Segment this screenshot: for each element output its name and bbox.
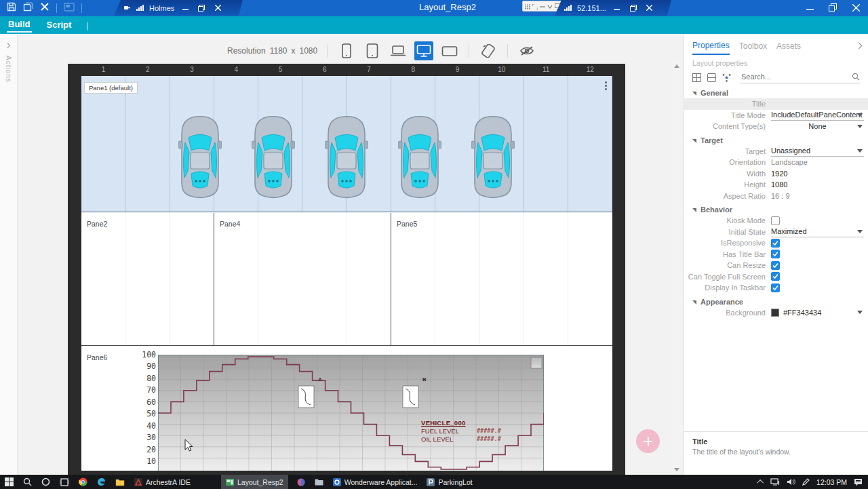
property-row-display-in-taskbar[interactable]: Display In Taskbar	[684, 282, 868, 294]
title-mode-dropdown[interactable]: IncludeDefaultPaneContent	[771, 110, 864, 121]
rotate-orientation-button[interactable]	[479, 41, 498, 60]
pane1-default[interactable]: Pane1 (default)	[81, 76, 612, 212]
minimize-button[interactable]	[804, 3, 815, 12]
add-pane-fab[interactable]	[636, 429, 660, 453]
close-button[interactable]	[644, 3, 655, 13]
section-expander-icon[interactable]	[692, 92, 696, 96]
has-title-bar-checkbox[interactable]	[771, 250, 780, 258]
car-graphic[interactable]	[398, 114, 441, 199]
cortana-button[interactable]	[37, 475, 55, 489]
car-graphic[interactable]	[471, 114, 515, 199]
car-graphic[interactable]	[252, 114, 295, 199]
tab-properties[interactable]: Properties	[692, 41, 730, 55]
section-expander-icon[interactable]	[692, 208, 696, 212]
restore-button[interactable]	[827, 3, 838, 12]
notification-icon[interactable]	[854, 478, 863, 486]
device-phone-button[interactable]	[337, 41, 356, 60]
edge-button[interactable]	[92, 475, 111, 489]
scroll-up-icon[interactable]	[674, 64, 679, 68]
property-row-height[interactable]: Height 1080	[684, 179, 868, 191]
minimize-button[interactable]	[612, 3, 623, 13]
minimize-mini-icon[interactable]	[540, 0, 545, 12]
taskbar-parkinglot[interactable]: ParkingLot	[422, 475, 477, 489]
close-button[interactable]	[850, 3, 861, 12]
pane2[interactable]: Pane2	[81, 213, 214, 345]
trend-chart-container[interactable]: A B VEHICLE_000 FUEL LEVEL#####.# OIL LE…	[158, 355, 544, 471]
property-row-initial-state[interactable]: Initial State Maximized	[684, 227, 868, 238]
section-behavior[interactable]: Behavior	[684, 201, 868, 215]
property-row-width[interactable]: Width 1920	[684, 168, 868, 180]
chrome-button[interactable]	[74, 475, 92, 489]
isresponsive-checkbox[interactable]	[771, 239, 780, 248]
taskbar-app-misc-1[interactable]	[292, 475, 310, 489]
clock[interactable]: 12:03 PM	[816, 478, 847, 486]
search-field[interactable]	[740, 71, 860, 83]
title-value-field[interactable]	[771, 98, 864, 109]
pane4[interactable]: Pane4	[214, 213, 391, 345]
section-expander-icon[interactable]	[692, 139, 696, 143]
property-row-title-mode[interactable]: Title Mode IncludeDefaultPaneContent	[684, 110, 868, 121]
hide-preview-button[interactable]	[517, 41, 536, 60]
chevron-right-icon[interactable]	[5, 43, 10, 48]
grid-dots-icon[interactable]	[525, 0, 530, 12]
kiosk-mode-checkbox[interactable]	[771, 216, 780, 225]
menu-build[interactable]: Build	[7, 18, 32, 33]
speaker-icon[interactable]	[787, 478, 795, 486]
holmes-window-tab[interactable]: Holmes	[114, 0, 243, 16]
taskbar-wonderware[interactable]: Wonderware Applicat...	[328, 475, 422, 489]
property-row-can-resize[interactable]: Can Resize	[684, 260, 868, 271]
close-button[interactable]	[212, 3, 223, 13]
background-color-dropdown[interactable]: #FF343434	[771, 307, 864, 318]
restore-button[interactable]	[628, 3, 639, 13]
start-button[interactable]	[0, 475, 18, 489]
actions-rail[interactable]: Actions	[0, 34, 18, 475]
file-explorer-button[interactable]	[111, 475, 130, 489]
category-view-icon[interactable]	[692, 73, 701, 82]
close-document-icon[interactable]	[40, 2, 50, 14]
property-row-target[interactable]: Target Unassigned	[684, 146, 868, 157]
height-value-field[interactable]: 1080	[771, 179, 864, 190]
search-input[interactable]	[740, 71, 860, 83]
property-row-isresponsive[interactable]: IsResponsive	[684, 237, 868, 249]
pane5[interactable]: Pane5	[391, 213, 612, 345]
display-in-taskbar-checkbox[interactable]	[771, 283, 780, 292]
expand-icon[interactable]	[532, 0, 538, 12]
device-tv-button[interactable]	[440, 41, 459, 60]
property-row-background[interactable]: Background #FF343434	[684, 307, 868, 319]
property-row-content-types[interactable]: Content Type(s) None	[684, 121, 868, 132]
can-resize-checkbox[interactable]	[771, 261, 780, 270]
property-row-has-title-bar[interactable]: Has Title Bar	[684, 249, 868, 260]
device-tablet-button[interactable]	[363, 41, 382, 60]
list-view-icon[interactable]	[707, 73, 716, 82]
minimize-button[interactable]	[180, 3, 191, 13]
taskbar-archestra-ide[interactable]: ArchestrA IDE	[130, 475, 195, 489]
save-icon[interactable]	[7, 2, 16, 14]
collapse-panel-icon[interactable]	[854, 42, 863, 50]
property-row-aspect-ratio[interactable]: Aspect Ratio 16 : 9	[684, 191, 868, 202]
device-desktop-button[interactable]	[414, 41, 433, 60]
can-toggle-full-screen-checkbox[interactable]	[771, 272, 780, 281]
car-graphic[interactable]	[178, 114, 222, 199]
vertical-scrollbar[interactable]	[672, 61, 681, 475]
section-target[interactable]: Target	[684, 132, 868, 146]
initial-state-dropdown[interactable]: Maximized	[771, 227, 864, 237]
taskbar-layout-resp2[interactable]: Layout_Resp2	[221, 475, 288, 489]
pen-icon[interactable]	[802, 478, 810, 486]
section-appearance[interactable]: Appearance	[684, 294, 868, 307]
advanced-filter-icon[interactable]	[722, 73, 731, 82]
device-laptop-button[interactable]	[389, 41, 408, 60]
save-all-icon[interactable]	[23, 2, 33, 14]
task-view-button[interactable]	[55, 475, 74, 489]
menu-script[interactable]: Script	[45, 18, 73, 32]
property-row-can-toggle-full-screen[interactable]: Can Toggle Full Screen	[684, 271, 868, 283]
tray-chevron-up-icon[interactable]	[757, 480, 764, 486]
property-row-kiosk-mode[interactable]: Kiosk Mode	[684, 215, 868, 227]
network-icon[interactable]	[770, 478, 780, 486]
property-row-title[interactable]: Title	[684, 98, 868, 110]
pane6[interactable]: Pane6 100908070605040302010	[81, 347, 612, 471]
tab-assets[interactable]: Assets	[776, 41, 801, 54]
pin-icon[interactable]	[123, 2, 131, 14]
width-value-field[interactable]: 1920	[771, 168, 864, 179]
kebab-menu-icon[interactable]	[605, 81, 607, 90]
scroll-down-icon[interactable]	[674, 468, 679, 471]
